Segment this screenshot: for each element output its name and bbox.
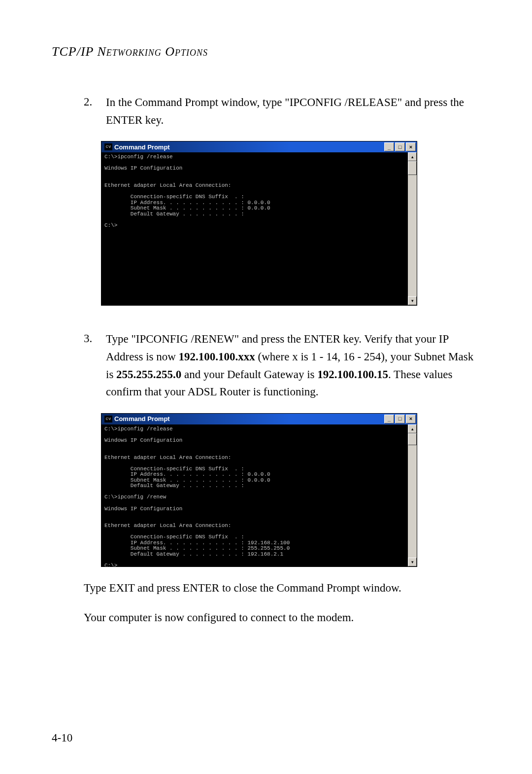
terminal-output: C:\>ipconfig /release Windows IP Configu… xyxy=(101,424,408,566)
paragraph-configured: Your computer is now configured to conne… xyxy=(84,609,480,627)
maximize-button[interactable]: □ xyxy=(395,142,405,151)
command-prompt-window-1: cv Command Prompt _ □ × C:\>ipconfig /re… xyxy=(101,141,417,306)
step3-bold-c: 192.100.100.15 xyxy=(317,368,388,381)
step-3: 3. Type "IPCONFIG /RENEW" and press the … xyxy=(84,330,480,401)
scroll-track[interactable] xyxy=(408,433,417,558)
minimize-button[interactable]: _ xyxy=(384,415,394,423)
scroll-up-button[interactable]: ▴ xyxy=(408,424,417,433)
step3-bold-a: 192.100.100.xxx xyxy=(179,351,255,363)
minimize-button[interactable]: _ xyxy=(384,142,394,151)
maximize-button[interactable]: □ xyxy=(395,415,405,423)
step3-text-c: and your Default Gateway is xyxy=(181,368,317,381)
step-2-number: 2. xyxy=(84,94,106,129)
page-header: TCP/IP Networking Options xyxy=(52,44,480,59)
scroll-up-button[interactable]: ▴ xyxy=(408,152,417,161)
step3-bold-b: 255.255.255.0 xyxy=(116,368,181,381)
scroll-down-button[interactable]: ▾ xyxy=(408,558,417,566)
window-title: Command Prompt xyxy=(114,143,384,151)
scrollbar[interactable]: ▴ ▾ xyxy=(408,424,417,566)
cmd-icon: cv xyxy=(104,143,112,150)
step-2-text: In the Command Prompt window, type "IPCO… xyxy=(106,94,480,129)
scroll-thumb[interactable] xyxy=(408,161,417,175)
scroll-down-button[interactable]: ▾ xyxy=(408,296,417,305)
titlebar[interactable]: cv Command Prompt _ □ × xyxy=(101,414,417,424)
close-button[interactable]: × xyxy=(406,142,416,151)
scroll-track[interactable] xyxy=(408,161,417,296)
step-3-text: Type "IPCONFIG /RENEW" and press the ENT… xyxy=(106,330,480,401)
terminal-output: C:\>ipconfig /release Windows IP Configu… xyxy=(101,152,408,305)
close-button[interactable]: × xyxy=(406,415,416,423)
scrollbar[interactable]: ▴ ▾ xyxy=(408,152,417,305)
window-title: Command Prompt xyxy=(114,415,384,422)
step-2: 2. In the Command Prompt window, type "I… xyxy=(84,94,480,129)
page-number: 4-10 xyxy=(52,732,72,744)
command-prompt-window-2: cv Command Prompt _ □ × C:\>ipconfig /re… xyxy=(101,413,417,567)
step-3-number: 3. xyxy=(84,330,106,401)
cmd-icon: cv xyxy=(104,416,112,422)
titlebar[interactable]: cv Command Prompt _ □ × xyxy=(101,141,417,152)
scroll-thumb[interactable] xyxy=(408,433,417,445)
paragraph-exit: Type EXIT and press ENTER to close the C… xyxy=(84,579,480,597)
